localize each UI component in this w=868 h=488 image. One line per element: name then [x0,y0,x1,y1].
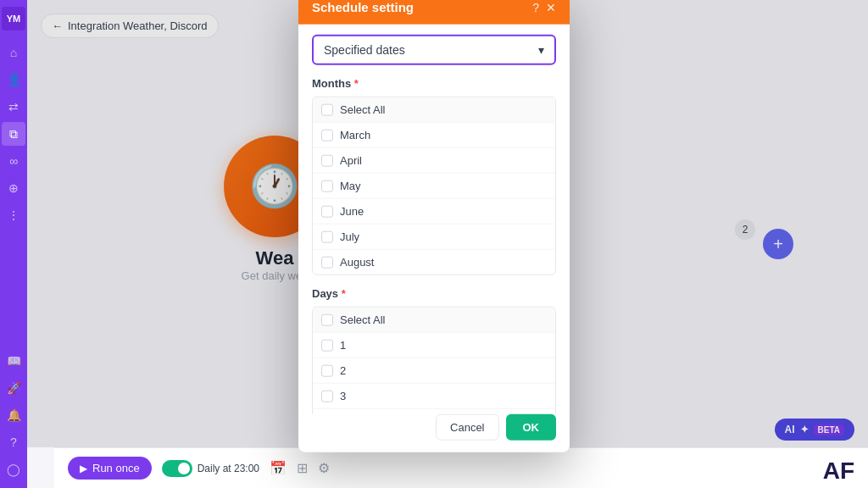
run-once-button[interactable]: ▶ Run once [68,457,152,480]
sidebar-item-bell[interactable]: 🔔 [2,403,25,427]
af-watermark: AF [823,458,854,485]
month-april-label: April [340,154,362,167]
month-june[interactable]: June [313,199,555,225]
help-button[interactable]: ? [532,0,539,14]
modal-title: Schedule setting [312,0,414,14]
sidebar-item-book[interactable]: 📖 [2,349,25,373]
dropdown-selected-value: Specified dates [324,43,405,57]
month-may-checkbox[interactable] [321,180,333,191]
month-march-checkbox[interactable] [321,129,333,141]
ok-button[interactable]: OK [506,414,557,441]
table-icon[interactable]: ⊞ [297,460,308,476]
close-button[interactable]: ✕ [546,0,556,14]
days-select-all[interactable]: Select All [313,308,555,333]
sidebar-item-more[interactable]: ⋮ [2,203,25,227]
sidebar-item-link[interactable]: ∞ [2,149,25,173]
sidebar-item-user[interactable]: ◯ [2,458,25,481]
modal-header-actions: ? ✕ [532,0,556,14]
month-july-checkbox[interactable] [321,230,333,242]
settings-icon[interactable]: ⚙ [318,460,330,476]
month-june-label: June [340,205,364,218]
run-once-label: Run once [92,462,140,474]
days-select-all-label: Select All [340,313,385,326]
months-checkbox-list: Select All March April May June July [312,97,556,275]
months-select-all-checkbox[interactable] [321,103,333,115]
modal-header: Schedule setting ? ✕ [298,0,570,25]
months-select-all-label: Select All [340,103,385,116]
chevron-down-icon: ▾ [538,43,544,57]
sidebar-item-users[interactable]: 👤 [2,68,25,92]
calendar-icon[interactable]: 📅 [270,460,287,476]
month-april[interactable]: April [313,148,555,174]
play-icon: ▶ [80,463,87,474]
cancel-button[interactable]: Cancel [436,414,498,441]
schedule-toggle-container: Daily at 23:00 [162,460,259,477]
month-june-checkbox[interactable] [321,205,333,217]
months-section-label: Months * [312,77,556,90]
days-required-indicator: * [338,287,346,300]
modal-footer: Cancel OK [298,414,570,452]
bottom-toolbar: ▶ Run once Daily at 23:00 📅 ⊞ ⚙ [54,447,868,488]
schedule-label: Daily at 23:00 [198,463,259,474]
month-august[interactable]: August [313,250,555,274]
day-3-checkbox[interactable] [321,390,333,402]
day-1-checkbox[interactable] [321,339,333,351]
month-july[interactable]: July [313,225,555,250]
sidebar-item-globe[interactable]: ⊕ [2,176,25,200]
schedule-toggle[interactable] [162,460,192,477]
day-3-label: 3 [340,390,346,402]
logo: YM [2,7,25,30]
schedule-modal: Schedule setting ? ✕ Specified dates ▾ M… [298,0,570,452]
months-select-all[interactable]: Select All [313,97,555,123]
day-2-checkbox[interactable] [321,364,333,376]
sidebar: YM ⌂ 👤 ⇄ ⧉ ∞ ⊕ ⋮ 📖 🚀 🔔 ? ◯ [0,0,27,488]
month-may[interactable]: May [313,174,555,199]
schedule-type-dropdown[interactable]: Specified dates ▾ [312,35,556,65]
sidebar-item-question[interactable]: ? [2,430,25,454]
month-july-label: July [340,230,359,243]
sidebar-item-puzzle[interactable]: ⧉ [2,122,25,146]
day-2[interactable]: 2 [313,358,555,384]
day-2-label: 2 [340,364,346,377]
month-august-checkbox[interactable] [321,256,333,268]
month-march-label: March [340,129,370,141]
sidebar-item-home[interactable]: ⌂ [2,41,25,64]
days-checkbox-list: Select All 1 2 3 4 5 [312,307,556,414]
month-august-label: August [340,256,374,269]
days-section-label: Days * [312,287,556,300]
month-march[interactable]: March [313,123,555,148]
sidebar-item-rocket[interactable]: 🚀 [2,376,25,400]
month-may-label: May [340,180,361,192]
modal-body: Specified dates ▾ Months * Select All Ma… [298,25,570,414]
day-3[interactable]: 3 [313,384,555,409]
day-1[interactable]: 1 [313,333,555,358]
days-select-all-checkbox[interactable] [321,313,333,325]
month-april-checkbox[interactable] [321,154,333,166]
sidebar-item-share[interactable]: ⇄ [2,95,25,119]
months-required-indicator: * [351,77,359,90]
day-1-label: 1 [340,339,346,352]
